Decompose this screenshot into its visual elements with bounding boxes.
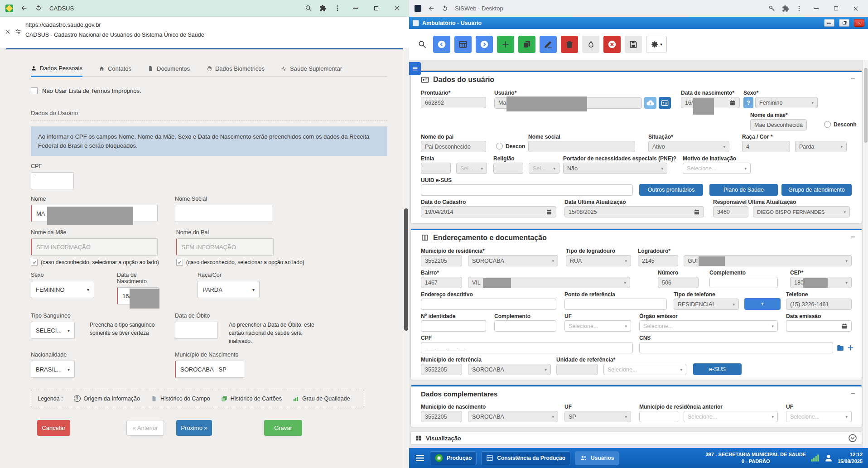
- next-button[interactable]: Próximo »: [176, 420, 212, 436]
- uf-anterior-select[interactable]: Selecione... ▾: [786, 411, 852, 422]
- list-records-button[interactable]: [454, 36, 472, 53]
- prontuario-input[interactable]: 662892: [421, 97, 486, 108]
- add-record-button[interactable]: [497, 36, 514, 53]
- tipo-logradouro-select[interactable]: RUA ▾: [566, 255, 631, 266]
- sexo-select[interactable]: Feminino ▾: [755, 97, 818, 108]
- expand-chevron-icon[interactable]: [848, 434, 857, 443]
- site-settings-icon[interactable]: [15, 29, 21, 35]
- tipo-sanguineo-select[interactable]: SELECI... ▾: [31, 322, 75, 339]
- mdi-minimize-button[interactable]: [824, 19, 834, 27]
- calendar-icon[interactable]: [841, 323, 848, 329]
- scrollbar-thumb[interactable]: [404, 208, 408, 331]
- collapse-icon[interactable]: −: [851, 75, 855, 84]
- browser-scrollbar[interactable]: [403, 48, 409, 468]
- mae-desconhecido-checkbox[interactable]: [31, 259, 38, 265]
- municipio-residencia-anterior-code-input[interactable]: [639, 411, 678, 422]
- minimize-button[interactable]: [809, 3, 823, 14]
- municipio-referencia-select[interactable]: SOROCABA ▾: [468, 364, 551, 375]
- copy-record-button[interactable]: [518, 36, 535, 53]
- logradouro-select[interactable]: GUI ▾: [684, 255, 852, 266]
- save-button[interactable]: Gravar: [264, 420, 302, 436]
- mdi-close-button[interactable]: [854, 19, 864, 27]
- motivo-inativacao-select[interactable]: Selecione... ▾: [683, 163, 751, 174]
- cancel-record-button[interactable]: [603, 36, 621, 53]
- nome-pai-input[interactable]: Pai Desconhecido: [421, 141, 486, 152]
- menu-dots-icon[interactable]: [334, 5, 341, 12]
- user-session-icon[interactable]: [824, 454, 833, 463]
- statusbar-item-consistencia[interactable]: Consistência da Produção: [481, 451, 570, 465]
- religiao-select[interactable]: Sel... ▾: [529, 163, 559, 174]
- data-nascimento-input[interactable]: 16/0: [681, 97, 740, 108]
- municipio-nascimento-select[interactable]: SOROCABA ▾: [468, 411, 558, 422]
- hamburger-menu-icon[interactable]: [415, 453, 425, 463]
- data-obito-input[interactable]: [175, 322, 218, 339]
- telefone-input[interactable]: (15) 3226-1461: [786, 299, 852, 310]
- extensions-icon[interactable]: [319, 5, 327, 12]
- raca-cor-select[interactable]: Parda ▾: [795, 141, 847, 152]
- outros-prontuarios-button[interactable]: Outros prontuários: [639, 184, 703, 196]
- uf-select[interactable]: Selecione... ▾: [564, 320, 631, 332]
- visualizacao-bar[interactable]: Visualização: [411, 432, 862, 444]
- municipio-residencia-select[interactable]: SOROCABA ▾: [468, 255, 558, 266]
- id-badge-button[interactable]: [659, 97, 671, 109]
- tab-saude-suplementar[interactable]: Saúde Suplementar: [281, 65, 342, 76]
- grupo-atendimento-button[interactable]: Grupo de atendimento: [781, 184, 852, 196]
- collapse-icon[interactable]: −: [851, 389, 855, 398]
- nome-input[interactable]: MA: [31, 205, 158, 222]
- sexo-help-button[interactable]: ?: [743, 97, 753, 108]
- tab-dados-biometricos[interactable]: Dados Biométricos: [206, 65, 265, 76]
- add-telefone-button[interactable]: +: [744, 298, 781, 310]
- settings-gear-button[interactable]: ▾: [646, 36, 667, 53]
- back-icon[interactable]: [20, 5, 28, 12]
- ponto-referencia-input[interactable]: [564, 299, 667, 310]
- cpf-input[interactable]: ___.___.___-__: [421, 342, 633, 353]
- orgao-emissor-select[interactable]: Selecione... ▾: [639, 320, 778, 332]
- complemento-input[interactable]: [709, 277, 778, 288]
- responsavel-select[interactable]: DIEGO BISPO FERNANDES ▾: [753, 206, 850, 217]
- plano-saude-button[interactable]: Plano de Saúde: [709, 184, 778, 196]
- esus-button[interactable]: e-SUS: [693, 363, 742, 375]
- search-icon[interactable]: [305, 5, 312, 12]
- data-emissao-input[interactable]: [786, 320, 852, 332]
- religiao-code-input[interactable]: [493, 163, 523, 174]
- nome-social-input[interactable]: [528, 141, 635, 152]
- nome-social-input[interactable]: [175, 205, 272, 222]
- previous-record-button[interactable]: [433, 36, 450, 53]
- reload-icon[interactable]: [441, 5, 448, 12]
- data-cadastro-input[interactable]: 19/04/2014: [421, 206, 556, 217]
- etnia-code-input[interactable]: [421, 163, 451, 174]
- tab-dados-pessoais[interactable]: Dados Pessoais: [31, 65, 82, 77]
- bairro-select[interactable]: VIL ▾: [468, 277, 630, 288]
- menu-dots-icon[interactable]: [796, 5, 803, 12]
- side-menu-tab[interactable]: [409, 62, 421, 75]
- reload-icon[interactable]: [35, 5, 42, 12]
- unidade-referencia-select[interactable]: Selecione... ▾: [603, 364, 686, 375]
- cloud-download-button[interactable]: [644, 97, 656, 109]
- pai-desconhecido-radio[interactable]: [496, 143, 503, 150]
- tab-documentos[interactable]: Documentos: [148, 65, 190, 76]
- complemento-doc-input[interactable]: [494, 320, 556, 332]
- calendar-icon[interactable]: [546, 209, 552, 215]
- plus-icon[interactable]: [847, 344, 854, 352]
- municipio-referencia-code-input[interactable]: 3552205: [421, 364, 462, 375]
- collapse-icon[interactable]: −: [851, 233, 855, 242]
- password-key-icon[interactable]: [768, 5, 776, 12]
- unidade-referencia-code-input[interactable]: [556, 364, 598, 375]
- mae-desconhecida-radio[interactable]: [824, 121, 831, 128]
- municipio-residencia-anterior-select[interactable]: Selecione... ▾: [684, 411, 778, 422]
- calendar-icon[interactable]: [729, 100, 736, 106]
- calendar-icon[interactable]: [694, 209, 700, 215]
- municipio-residencia-code-input[interactable]: 3552205: [421, 255, 462, 266]
- cpf-input[interactable]: [31, 172, 74, 189]
- terms-checkbox[interactable]: [31, 87, 38, 94]
- data-ultima-atualizacao-input[interactable]: 15/08/2025: [564, 206, 704, 217]
- pai-desconhecido-checkbox[interactable]: [176, 259, 183, 265]
- cancel-button[interactable]: Cancelar: [37, 420, 70, 436]
- endereco-descritivo-input[interactable]: [421, 299, 556, 310]
- back-icon[interactable]: [428, 5, 435, 12]
- nome-mae-input[interactable]: Mãe Desconhecida: [750, 119, 807, 130]
- situacao-select[interactable]: Ativo ▾: [648, 141, 729, 152]
- data-nascimento-input[interactable]: 16/: [117, 287, 159, 304]
- nome-pai-input[interactable]: SEM INFORMAÇÃO: [176, 238, 274, 256]
- cns-input[interactable]: [639, 342, 833, 353]
